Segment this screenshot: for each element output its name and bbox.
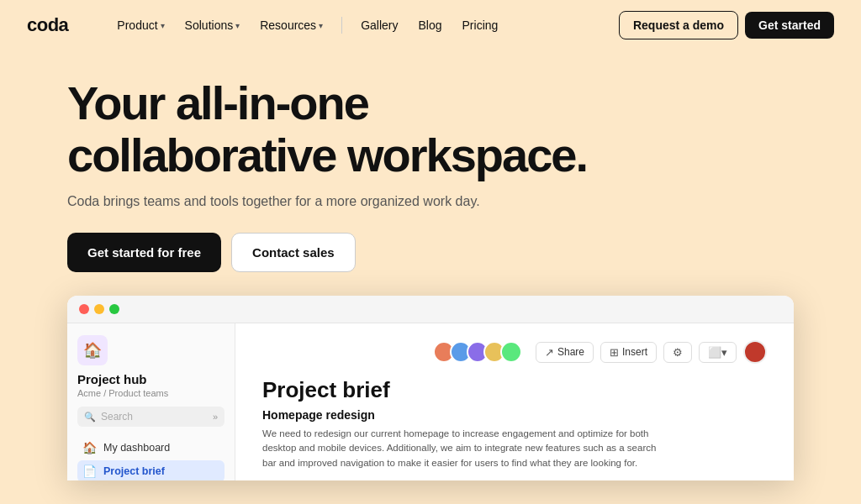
- chevron-down-icon: ▾: [235, 21, 240, 30]
- nav-gallery[interactable]: Gallery: [352, 13, 406, 37]
- nav-blog[interactable]: Blog: [409, 13, 450, 37]
- sidebar-search-placeholder: Search: [101, 411, 133, 423]
- sidebar-item-dashboard-label: My dashboard: [103, 442, 170, 454]
- share-label: Share: [557, 346, 584, 358]
- contact-sales-button[interactable]: Contact sales: [231, 233, 356, 272]
- navbar: coda Product ▾ Solutions ▾ Resources ▾ G…: [0, 0, 861, 50]
- nav-product-label: Product: [117, 18, 157, 32]
- share-button[interactable]: ↗ Share: [536, 342, 594, 363]
- share-icon: ↗: [545, 346, 554, 359]
- collaborator-avatars: [438, 341, 522, 363]
- gear-icon: ⚙: [673, 346, 683, 359]
- sidebar-project-title: Project hub: [77, 372, 224, 386]
- request-demo-button[interactable]: Request a demo: [619, 11, 738, 39]
- hero-title: Your all-in-one collaborative workspace.: [67, 77, 639, 181]
- sidebar-item-brief-label: Project brief: [103, 465, 165, 477]
- nav-product[interactable]: Product ▾: [108, 13, 172, 37]
- nav-resources[interactable]: Resources ▾: [251, 13, 331, 37]
- insert-button[interactable]: ⊞ Insert: [600, 342, 657, 363]
- window-close-dot[interactable]: [79, 304, 89, 314]
- nav-solutions-label: Solutions: [185, 18, 234, 32]
- window-maximize-dot[interactable]: [109, 304, 119, 314]
- settings-button[interactable]: ⚙: [663, 342, 692, 363]
- hero-buttons: Get started for free Contact sales: [67, 233, 794, 272]
- hero-subtitle: Coda brings teams and tools together for…: [67, 194, 794, 209]
- user-avatar[interactable]: [743, 340, 767, 364]
- document-body: We need to redesign our current homepage…: [262, 427, 666, 470]
- nav-actions: Request a demo Get started: [619, 11, 834, 39]
- chevron-down-icon: ▾: [161, 21, 165, 30]
- get-started-free-button[interactable]: Get started for free: [67, 233, 221, 272]
- chevron-down-icon: ▾: [319, 21, 323, 30]
- insert-icon: ⊞: [610, 346, 619, 359]
- window-titlebar: [67, 296, 794, 323]
- app-main-content: ↗ Share ⊞ Insert ⚙ ⬜▾: [235, 323, 794, 480]
- logo[interactable]: coda: [27, 14, 68, 36]
- window-body: 🏠 Project hub Acme / Product teams 🔍 Sea…: [67, 323, 794, 480]
- app-preview: 🏠 Project hub Acme / Product teams 🔍 Sea…: [0, 296, 861, 480]
- hero-section: Your all-in-one collaborative workspace.…: [0, 50, 861, 296]
- sidebar-item-dashboard[interactable]: 🏠 My dashboard: [77, 437, 224, 459]
- avatar-5: [500, 341, 522, 363]
- brief-icon: 📄: [82, 465, 97, 478]
- get-started-nav-button[interactable]: Get started: [745, 12, 834, 39]
- app-window: 🏠 Project hub Acme / Product teams 🔍 Sea…: [67, 296, 794, 480]
- more-options-button[interactable]: ⬜▾: [699, 342, 737, 363]
- nav-resources-label: Resources: [260, 18, 316, 32]
- window-minimize-dot[interactable]: [94, 304, 104, 314]
- sidebar-project-icon: 🏠: [77, 335, 108, 365]
- insert-label: Insert: [622, 346, 647, 358]
- document-content: Project brief Homepage redesign We need …: [262, 377, 767, 470]
- nav-links: Product ▾ Solutions ▾ Resources ▾ Galler…: [108, 13, 619, 37]
- app-toolbar: ↗ Share ⊞ Insert ⚙ ⬜▾: [262, 340, 767, 364]
- sidebar-item-brief[interactable]: 📄 Project brief: [77, 460, 224, 480]
- nav-solutions[interactable]: Solutions ▾: [177, 13, 249, 37]
- sidebar-project-sub: Acme / Product teams: [77, 388, 224, 398]
- app-sidebar: 🏠 Project hub Acme / Product teams 🔍 Sea…: [67, 323, 235, 480]
- nav-divider: [341, 17, 342, 34]
- nav-pricing[interactable]: Pricing: [454, 13, 507, 37]
- dashboard-icon: 🏠: [82, 441, 97, 454]
- sidebar-search[interactable]: 🔍 Search »: [77, 407, 224, 427]
- document-subtitle: Homepage redesign: [262, 408, 767, 422]
- sidebar-collapse-icon: »: [213, 412, 218, 422]
- search-icon: 🔍: [84, 412, 96, 423]
- document-title: Project brief: [262, 377, 767, 403]
- more-icon: ⬜▾: [708, 346, 727, 359]
